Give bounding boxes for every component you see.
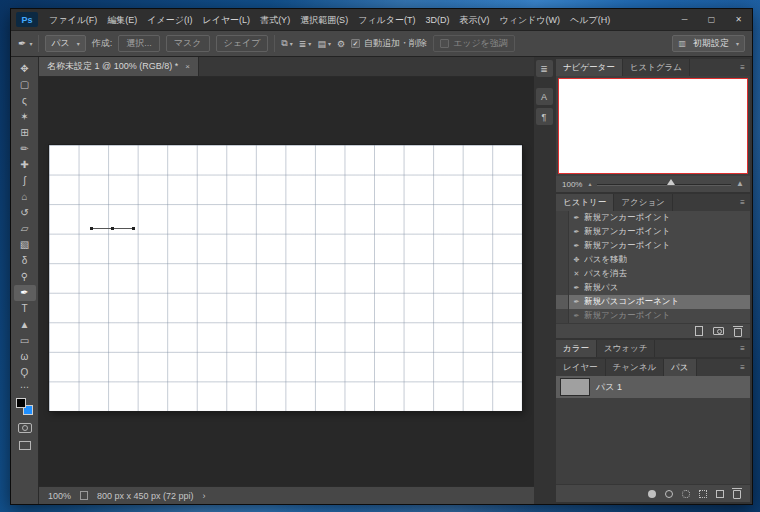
tab-history[interactable]: ヒストリー	[556, 194, 614, 211]
history-step[interactable]: ✥ パスを移動	[556, 253, 750, 267]
tab-color[interactable]: カラー	[556, 340, 597, 357]
history-source-checkbox[interactable]	[556, 267, 569, 281]
tool-shape[interactable]: ▭	[14, 333, 36, 349]
path-item[interactable]: パス 1	[556, 376, 750, 398]
tab-close-icon[interactable]: ×	[185, 62, 190, 71]
stroke-path-button[interactable]	[665, 490, 673, 498]
tab-paths[interactable]: パス	[664, 359, 696, 376]
menu-type[interactable]: 書式(Y)	[255, 9, 295, 31]
tool-history-brush[interactable]: ↺	[14, 205, 36, 221]
foreground-color-swatch[interactable]	[16, 398, 26, 408]
make-work-path-button[interactable]	[699, 490, 707, 498]
panel-menu-icon[interactable]: ≡	[735, 340, 750, 357]
navigator-zoom-value[interactable]: 100%	[562, 180, 582, 189]
tab-navigator[interactable]: ナビゲーター	[556, 59, 623, 76]
history-step[interactable]: ✒ 新規パス	[556, 281, 750, 295]
tool-crop[interactable]: ⊞	[14, 125, 36, 141]
canvas[interactable]	[49, 145, 522, 411]
auto-add-delete-checkbox[interactable]: ✓ 自動追加・削除	[351, 37, 427, 50]
tool-quick-selection[interactable]: ✶	[14, 109, 36, 125]
character-panel-icon[interactable]: A	[536, 88, 553, 105]
tab-layers[interactable]: レイヤー	[556, 359, 606, 376]
anchor-point[interactable]	[111, 227, 114, 230]
delete-path-button[interactable]	[733, 490, 741, 499]
path-operations-dropdown[interactable]: ⧉ ▾	[281, 38, 292, 49]
menu-filter[interactable]: フィルター(T)	[353, 9, 420, 31]
load-path-as-selection-button[interactable]	[682, 490, 690, 498]
history-step-undone[interactable]: ✒ 新規アンカーポイント	[556, 309, 750, 323]
fill-path-button[interactable]	[648, 490, 656, 498]
anchor-point[interactable]	[90, 227, 93, 230]
tool-clone-stamp[interactable]: ⌂	[14, 189, 36, 205]
tool-zoom[interactable]: Ϙ	[14, 365, 36, 381]
new-path-button[interactable]	[716, 490, 724, 498]
edit-toolbar-button[interactable]: ⋯	[20, 382, 29, 392]
tool-type[interactable]: T	[14, 301, 36, 317]
tab-channels[interactable]: チャンネル	[606, 359, 665, 376]
properties-panel-icon[interactable]: ≣	[536, 60, 553, 77]
zoom-in-icon[interactable]: ▲	[736, 180, 744, 188]
tool-brush[interactable]: ʃ	[14, 173, 36, 189]
tool-blur[interactable]: δ	[14, 253, 36, 269]
workspace-switcher[interactable]: ▥ 初期設定 ▾	[672, 35, 745, 52]
tool-dodge[interactable]: ⚲	[14, 269, 36, 285]
zoom-level-field[interactable]: 100%	[48, 491, 71, 501]
tool-move[interactable]: ✥	[14, 61, 36, 77]
history-source-checkbox[interactable]	[556, 239, 569, 253]
tool-path-selection[interactable]: ▲	[14, 317, 36, 333]
path-alignment-dropdown[interactable]: ≣ ▾	[299, 39, 312, 49]
menu-layer[interactable]: レイヤー(L)	[197, 9, 255, 31]
tool-preset-dropdown[interactable]: ✒ ▾	[18, 38, 32, 49]
menu-edit[interactable]: 編集(E)	[102, 9, 142, 31]
history-step[interactable]: ✒ 新規アンカーポイント	[556, 239, 750, 253]
tool-gradient[interactable]: ▧	[14, 237, 36, 253]
history-source-checkbox[interactable]	[556, 225, 569, 239]
menu-help[interactable]: ヘルプ(H)	[565, 9, 615, 31]
tool-mode-select[interactable]: パス ▾	[45, 35, 85, 52]
document-tab[interactable]: 名称未設定 1 @ 100% (RGB/8) * ×	[39, 57, 199, 76]
history-source-checkbox[interactable]	[556, 211, 569, 225]
new-snapshot-button[interactable]	[713, 327, 724, 335]
panel-menu-icon[interactable]: ≡	[735, 59, 750, 76]
quick-mask-button[interactable]	[18, 423, 32, 433]
new-document-from-state-button[interactable]	[695, 326, 703, 336]
tool-spot-healing[interactable]: ✚	[14, 157, 36, 173]
history-step-current[interactable]: ✒ 新規パスコンポーネント	[556, 295, 750, 309]
anchor-point[interactable]	[132, 227, 135, 230]
tab-actions[interactable]: アクション	[614, 194, 673, 211]
path-arrange-dropdown[interactable]: ▤ ▾	[317, 39, 331, 49]
tool-lasso[interactable]: ς	[14, 93, 36, 109]
tool-rect-marquee[interactable]: ▢	[14, 77, 36, 93]
tool-hand[interactable]: ω	[14, 349, 36, 365]
tab-swatches[interactable]: スウォッチ	[597, 340, 656, 357]
tool-eraser[interactable]: ▱	[14, 221, 36, 237]
menu-view[interactable]: 表示(V)	[454, 9, 494, 31]
menu-select[interactable]: 選択範囲(S)	[295, 9, 353, 31]
tab-histogram[interactable]: ヒストグラム	[623, 59, 690, 76]
zoom-out-icon[interactable]: ▲	[587, 182, 592, 187]
tool-eyedropper[interactable]: ✏	[14, 141, 36, 157]
make-shape-button[interactable]: シェイプ	[216, 35, 269, 52]
delete-state-button[interactable]	[734, 328, 742, 337]
navigator-zoom-slider[interactable]	[597, 184, 731, 185]
history-source-checkbox[interactable]	[556, 253, 569, 267]
make-mask-button[interactable]: マスク	[166, 35, 210, 52]
paragraph-panel-icon[interactable]: ¶	[536, 108, 553, 125]
history-step[interactable]: ✒ 新規アンカーポイント	[556, 211, 750, 225]
history-source-checkbox[interactable]	[556, 295, 569, 309]
history-step[interactable]: ✒ 新規アンカーポイント	[556, 225, 750, 239]
history-source-checkbox[interactable]	[556, 309, 569, 323]
history-step[interactable]: ✕ パスを消去	[556, 267, 750, 281]
screen-mode-button[interactable]	[19, 441, 31, 450]
close-button[interactable]: ✕	[725, 9, 752, 30]
panel-menu-icon[interactable]: ≡	[735, 359, 750, 376]
minimize-button[interactable]: ─	[671, 9, 698, 30]
menu-image[interactable]: イメージ(I)	[142, 9, 197, 31]
history-source-checkbox[interactable]	[556, 281, 569, 295]
canvas-pasteboard[interactable]	[39, 77, 534, 486]
maximize-button[interactable]: ▢	[698, 9, 725, 30]
navigator-proxy-view[interactable]	[558, 78, 748, 174]
panel-menu-icon[interactable]: ≡	[735, 194, 750, 211]
tool-pen[interactable]: ✒	[14, 285, 36, 301]
menu-file[interactable]: ファイル(F)	[44, 9, 102, 31]
